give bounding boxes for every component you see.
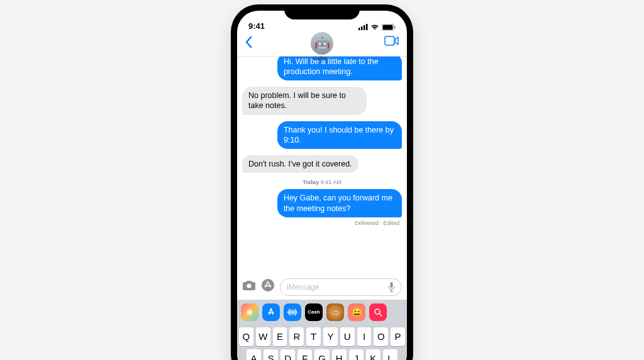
timestamp-divider: Today 9:41 AM [303, 179, 341, 185]
key-w[interactable]: W [256, 327, 270, 346]
app-store-icon [261, 278, 275, 292]
key-d[interactable]: D [280, 349, 295, 361]
notch [284, 4, 360, 19]
key-j[interactable]: J [349, 349, 364, 361]
input-bar: iMessage [237, 275, 407, 300]
chevron-right-icon [328, 56, 331, 60]
key-l[interactable]: L [383, 349, 397, 361]
key-f[interactable]: F [297, 349, 312, 361]
svg-rect-5 [383, 25, 393, 30]
chevron-left-icon [245, 36, 252, 48]
keyboard-row-1: QWERTYUIOP [239, 327, 405, 346]
contact-info[interactable]: 🤖 Gabe [311, 32, 333, 62]
svg-point-9 [262, 279, 274, 292]
back-button[interactable] [245, 35, 252, 52]
screen: 9:41 🤖 Gabe Hi. Will be [237, 11, 407, 361]
message-received[interactable]: No problem. I will be sure to take notes… [242, 87, 367, 115]
app-memoji[interactable]: 🐵 [326, 303, 344, 321]
app-search[interactable] [369, 303, 387, 321]
contact-name: Gabe [313, 55, 331, 62]
input-placeholder: iMessage [287, 283, 319, 292]
key-i[interactable]: I [357, 327, 372, 346]
svg-rect-2 [364, 25, 365, 30]
key-u[interactable]: U [340, 327, 355, 346]
message-thread[interactable]: Hi. Will be a little late to the product… [237, 57, 407, 275]
battery-icon [382, 24, 396, 31]
key-k[interactable]: K [366, 349, 380, 361]
app-strip[interactable]: ❋ Cash 🐵 😄 [237, 300, 407, 325]
signal-icon [358, 24, 368, 30]
key-a[interactable]: A [247, 349, 261, 361]
status-icons [358, 24, 396, 31]
keyboard-row-2: ASDFGHJKL [239, 349, 405, 361]
key-h[interactable]: H [332, 349, 347, 361]
app-audio[interactable] [284, 303, 301, 321]
key-y[interactable]: Y [323, 327, 338, 346]
message-received[interactable]: Don't rush. I've got it covered. [242, 155, 358, 173]
delivery-status: Delivered · Edited [355, 220, 402, 226]
camera-icon [242, 280, 256, 291]
app-store-button[interactable] [261, 278, 275, 295]
facetime-button[interactable] [384, 35, 399, 49]
svg-rect-6 [394, 26, 396, 28]
message-input[interactable]: iMessage [280, 278, 402, 296]
key-t[interactable]: T [306, 327, 321, 346]
key-g[interactable]: G [314, 349, 329, 361]
svg-rect-7 [385, 36, 394, 45]
conversation-header: 🤖 Gabe [237, 32, 407, 57]
message-sent[interactable]: Hi. Will be a little late to the product… [277, 57, 402, 81]
svg-rect-1 [361, 26, 363, 30]
app-stickers[interactable]: 😄 [348, 303, 365, 321]
phone-frame: 9:41 🤖 Gabe Hi. Will be [231, 4, 413, 361]
mic-icon[interactable] [388, 282, 395, 292]
app-cash[interactable]: Cash [305, 303, 323, 321]
svg-rect-10 [391, 282, 393, 288]
wifi-icon [370, 24, 379, 30]
video-icon [384, 36, 399, 46]
camera-button[interactable] [242, 280, 256, 294]
status-time: 9:41 [248, 21, 265, 31]
svg-rect-0 [358, 28, 360, 30]
key-s[interactable]: S [264, 349, 278, 361]
svg-rect-3 [366, 24, 368, 30]
app-store[interactable] [262, 303, 280, 321]
key-r[interactable]: R [289, 327, 304, 346]
message-sent[interactable]: Hey Gabe, can you forward me the meeting… [277, 189, 402, 217]
key-q[interactable]: Q [239, 327, 253, 346]
key-o[interactable]: O [374, 327, 388, 346]
key-p[interactable]: P [391, 327, 405, 346]
app-photos[interactable]: ❋ [241, 303, 258, 321]
keyboard[interactable]: QWERTYUIOP ASDFGHJKL [237, 325, 407, 361]
message-sent[interactable]: Thank you! I should be there by 9:10. [277, 121, 402, 150]
key-e[interactable]: E [273, 327, 287, 346]
avatar: 🤖 [311, 32, 333, 55]
svg-point-8 [247, 284, 252, 288]
